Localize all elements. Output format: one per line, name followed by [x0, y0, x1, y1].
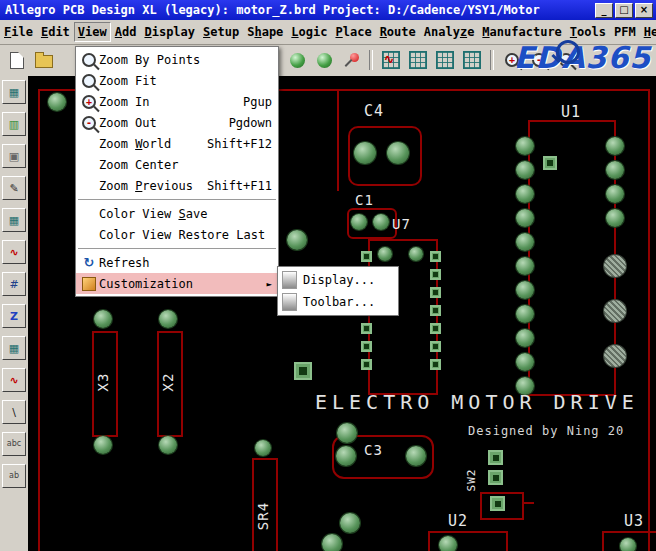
- sidebar-tool-button[interactable]: ∿: [2, 368, 26, 392]
- pad[interactable]: [94, 310, 112, 328]
- sidebar-tool-button[interactable]: abc: [2, 432, 26, 456]
- menu-pfm[interactable]: PFM: [610, 22, 640, 42]
- sidebar-tool-button[interactable]: ▥: [2, 112, 26, 136]
- pad[interactable]: [516, 209, 534, 227]
- maximize-button[interactable]: □: [615, 3, 633, 18]
- pad[interactable]: [516, 329, 534, 347]
- pad[interactable]: [516, 305, 534, 323]
- pad[interactable]: [516, 137, 534, 155]
- grid-button[interactable]: [461, 49, 483, 71]
- menu-shape[interactable]: Shape: [243, 22, 287, 42]
- pad[interactable]: [516, 185, 534, 203]
- menu-item-zoom-fit[interactable]: Zoom Fit: [76, 70, 278, 91]
- menu-item-color-view-save[interactable]: Color View Save: [76, 203, 278, 224]
- pad[interactable]: [361, 323, 372, 334]
- sidebar-tool-button[interactable]: #: [2, 272, 26, 296]
- pad[interactable]: [294, 362, 312, 380]
- via[interactable]: [48, 93, 66, 111]
- pad[interactable]: [430, 305, 441, 316]
- pad[interactable]: [430, 251, 441, 262]
- pad[interactable]: [430, 287, 441, 298]
- sidebar-tool-button[interactable]: Z: [2, 304, 26, 328]
- menu-add[interactable]: Add: [111, 22, 141, 42]
- menu-item-zoom-previous[interactable]: Zoom Previous Shift+F11: [76, 175, 278, 196]
- waveform-button[interactable]: ∿: [380, 49, 402, 71]
- menu-item-zoom-world[interactable]: Zoom World Shift+F12: [76, 133, 278, 154]
- sidebar-tool-button[interactable]: ▣: [2, 144, 26, 168]
- menu-item-refresh[interactable]: ↻ Refresh: [76, 252, 278, 273]
- menu-item-zoom-by-points[interactable]: Zoom By Points: [76, 49, 278, 70]
- pad[interactable]: [516, 281, 534, 299]
- menu-help[interactable]: Help: [640, 22, 656, 42]
- pin-button[interactable]: [340, 49, 362, 71]
- menu-analyze[interactable]: Analyze: [420, 22, 479, 42]
- new-drawing-button[interactable]: [6, 49, 28, 71]
- pad[interactable]: [430, 269, 441, 280]
- pad[interactable]: [378, 247, 392, 261]
- close-button[interactable]: ×: [635, 3, 653, 18]
- pad[interactable]: [488, 470, 503, 485]
- shadow-toggle-button[interactable]: [286, 49, 308, 71]
- pad[interactable]: [336, 446, 356, 466]
- pad[interactable]: [361, 359, 372, 370]
- via[interactable]: [287, 230, 307, 250]
- sidebar-tool-button[interactable]: ∿: [2, 240, 26, 264]
- sidebar-tool-button[interactable]: ✎: [2, 176, 26, 200]
- grid-button[interactable]: [407, 49, 429, 71]
- thermal-via[interactable]: [604, 345, 626, 367]
- menu-tools[interactable]: Tools: [566, 22, 610, 42]
- menu-display[interactable]: Display: [140, 22, 199, 42]
- pad[interactable]: [430, 323, 441, 334]
- menu-view[interactable]: View: [74, 22, 111, 42]
- open-button[interactable]: [33, 49, 55, 71]
- pad[interactable]: [361, 251, 372, 262]
- grid-button[interactable]: [434, 49, 456, 71]
- pad[interactable]: [351, 214, 367, 230]
- via[interactable]: [337, 423, 357, 443]
- pad[interactable]: [488, 450, 503, 465]
- sidebar-tool-button[interactable]: ▦: [2, 208, 26, 232]
- pad[interactable]: [516, 353, 534, 371]
- pad[interactable]: [606, 209, 624, 227]
- thermal-via[interactable]: [604, 300, 626, 322]
- pad[interactable]: [516, 233, 534, 251]
- pad[interactable]: [430, 359, 441, 370]
- pad[interactable]: [159, 436, 177, 454]
- thermal-via[interactable]: [604, 255, 626, 277]
- pad[interactable]: [606, 185, 624, 203]
- pad[interactable]: [620, 538, 636, 551]
- menu-place[interactable]: Place: [331, 22, 375, 42]
- menu-file[interactable]: File: [0, 22, 37, 42]
- sidebar-tool-button[interactable]: ▦: [2, 336, 26, 360]
- menu-edit[interactable]: Edit: [37, 22, 74, 42]
- menu-manufacture[interactable]: Manufacture: [478, 22, 565, 42]
- pad[interactable]: [543, 156, 557, 170]
- menu-route[interactable]: Route: [376, 22, 420, 42]
- via[interactable]: [340, 513, 360, 533]
- via[interactable]: [322, 534, 342, 551]
- sidebar-tool-button[interactable]: \: [2, 400, 26, 424]
- submenu-item-display[interactable]: Display...: [278, 269, 398, 291]
- menu-logic[interactable]: Logic: [287, 22, 331, 42]
- menu-item-zoom-in[interactable]: + Zoom In Pgup: [76, 91, 278, 112]
- minimize-button[interactable]: _: [595, 3, 613, 18]
- pad[interactable]: [159, 310, 177, 328]
- pad[interactable]: [406, 446, 426, 466]
- component-u1[interactable]: [528, 120, 616, 396]
- menu-item-zoom-center[interactable]: Zoom Center: [76, 154, 278, 175]
- pad[interactable]: [606, 137, 624, 155]
- pad[interactable]: [255, 440, 271, 456]
- sidebar-tool-button[interactable]: ▦: [2, 80, 26, 104]
- sidebar-tool-button[interactable]: ab: [2, 464, 26, 488]
- pad[interactable]: [94, 436, 112, 454]
- submenu-item-toolbar[interactable]: Toolbar...: [278, 291, 398, 313]
- pad[interactable]: [387, 142, 409, 164]
- pad[interactable]: [373, 214, 389, 230]
- pad[interactable]: [516, 161, 534, 179]
- menu-item-color-view-restore-last[interactable]: Color View Restore Last: [76, 224, 278, 245]
- highlight-button[interactable]: [313, 49, 335, 71]
- pad[interactable]: [606, 161, 624, 179]
- pad[interactable]: [430, 341, 441, 352]
- component-u7[interactable]: [368, 239, 438, 395]
- menu-setup[interactable]: Setup: [199, 22, 243, 42]
